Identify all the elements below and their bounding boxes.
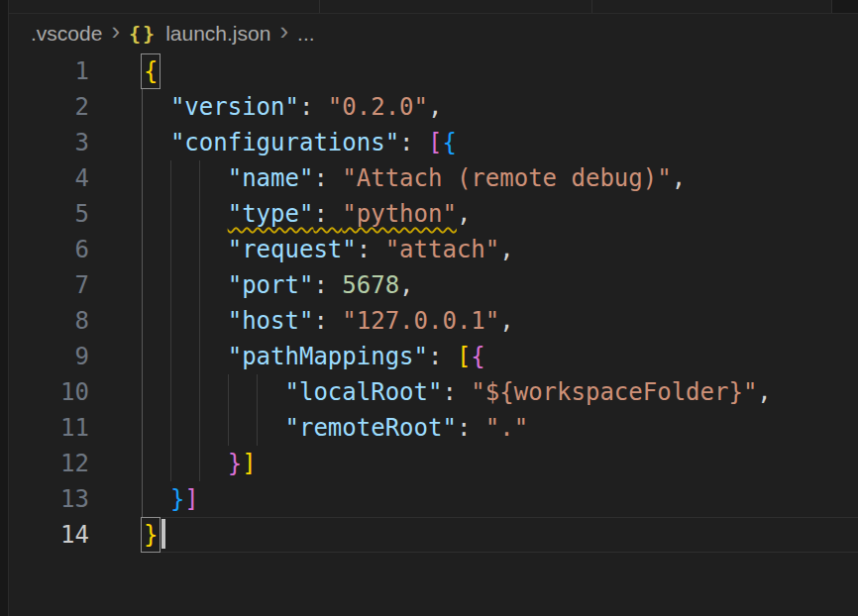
- token-key: "request": [228, 236, 357, 263]
- editor-pane: .vscode › {} launch.json › ... 1{2"versi…: [9, 14, 858, 616]
- token-number: 5678: [342, 271, 399, 299]
- code-line-text: "pathMappings": [{: [142, 339, 485, 374]
- indent-guides: [142, 303, 226, 339]
- code-line-5[interactable]: 5"type": "python",: [9, 196, 858, 232]
- line-number[interactable]: 8: [9, 303, 89, 339]
- warning-squiggle: "type": "python": [228, 200, 457, 228]
- token-key: "port": [228, 271, 314, 299]
- code-line-text: "port": 5678,: [142, 267, 414, 303]
- current-line-highlight: [142, 517, 858, 553]
- indent-guides: [142, 446, 226, 481]
- indent-guides: [142, 481, 168, 517]
- token-punct: ,: [757, 378, 771, 406]
- code-line-text: }]: [142, 481, 199, 517]
- token-string: "127.0.0.1": [342, 307, 499, 335]
- indent-guides: [142, 196, 226, 232]
- token-string: "${workspaceFolder}": [471, 378, 757, 406]
- code-line-8[interactable]: 8"host": "127.0.0.1",: [9, 303, 858, 339]
- code-line-11[interactable]: 11"remoteRoot": ".": [9, 410, 858, 446]
- indent-guides: [142, 232, 226, 267]
- code-line-text: "request": "attach",: [142, 232, 514, 267]
- code-line-text: "name": "Attach (remote debug)",: [142, 160, 686, 196]
- chevron-right-icon: ›: [111, 16, 120, 47]
- tab-bar-empty-space: [832, 0, 858, 13]
- token-b2: {: [471, 343, 484, 370]
- breadcrumb-file[interactable]: launch.json: [165, 22, 270, 46]
- code-editor[interactable]: 1{2"version": "0.2.0",3"configurations":…: [9, 53, 858, 553]
- code-line-3[interactable]: 3"configurations": [{: [9, 125, 858, 160]
- code-line-13[interactable]: 13}]: [9, 481, 858, 517]
- token-punct: :: [357, 236, 385, 263]
- token-key: "remoteRoot": [285, 414, 457, 442]
- token-punct: :: [313, 164, 342, 192]
- line-number[interactable]: 12: [9, 446, 89, 481]
- token-key: "pathMappings": [228, 343, 428, 370]
- line-number[interactable]: 6: [9, 232, 89, 267]
- line-number[interactable]: 1: [9, 53, 89, 89]
- code-line-10[interactable]: 10"localRoot": "${workspaceFolder}",: [9, 374, 858, 410]
- breadcrumb-folder[interactable]: .vscode: [31, 22, 102, 46]
- token-string: "attach": [385, 236, 500, 263]
- token-punct: :: [399, 129, 428, 156]
- token-punct: :: [442, 378, 471, 406]
- code-line-14[interactable]: 14}: [9, 517, 858, 553]
- token-key: "host": [228, 307, 314, 335]
- line-number[interactable]: 5: [9, 196, 89, 232]
- line-number[interactable]: 10: [9, 374, 89, 410]
- text-cursor: [161, 519, 165, 549]
- code-line-12[interactable]: 12}]: [9, 446, 858, 481]
- code-line-text: "type": "python",: [142, 196, 471, 232]
- code-line-1[interactable]: 1{: [9, 53, 858, 89]
- matched-bracket: {: [142, 54, 160, 88]
- token-b2: }: [228, 450, 242, 477]
- token-punct: :: [299, 93, 328, 121]
- token-punct: :: [313, 307, 342, 335]
- line-number[interactable]: 14: [9, 517, 89, 553]
- token-punct: ,: [428, 93, 442, 121]
- code-line-text: "remoteRoot": ".": [142, 410, 528, 446]
- token-punct: ,: [457, 200, 471, 228]
- code-line-7[interactable]: 7"port": 5678,: [9, 267, 858, 303]
- token-key: "name": [228, 164, 314, 192]
- code-line-4[interactable]: 4"name": "Attach (remote debug)",: [9, 160, 858, 196]
- breadcrumb-symbol-path[interactable]: ...: [297, 22, 315, 46]
- line-number[interactable]: 13: [9, 481, 89, 517]
- token-b2: [: [428, 129, 442, 156]
- token-b1: ]: [242, 450, 256, 477]
- line-number[interactable]: 7: [9, 267, 89, 303]
- token-key: "configurations": [170, 129, 399, 156]
- indent-guides: [142, 339, 226, 374]
- token-string: "0.2.0": [328, 93, 428, 121]
- tab-stub-2[interactable]: [320, 0, 592, 13]
- line-number[interactable]: 4: [9, 160, 89, 196]
- code-line-text: "host": "127.0.0.1",: [142, 303, 514, 339]
- code-line-text: "configurations": [{: [142, 125, 457, 160]
- line-number[interactable]: 3: [9, 125, 89, 160]
- token-punct: :: [428, 343, 457, 370]
- code-line-text: "version": "0.2.0",: [142, 89, 442, 125]
- matched-bracket: }: [142, 518, 160, 552]
- code-line-9[interactable]: 9"pathMappings": [{: [9, 339, 858, 374]
- token-b3: }: [170, 485, 184, 513]
- indent-guides: [142, 160, 226, 196]
- json-file-icon: {}: [129, 22, 157, 46]
- code-line-2[interactable]: 2"version": "0.2.0",: [9, 89, 858, 125]
- line-number[interactable]: 11: [9, 410, 89, 446]
- token-b2: ]: [184, 485, 198, 513]
- token-b1: [: [457, 343, 471, 370]
- token-string: ".": [485, 414, 528, 442]
- code-line-text: {: [142, 53, 160, 89]
- code-line-text: "localRoot": "${workspaceFolder}",: [142, 374, 772, 410]
- vscode-editor-window: .vscode › {} launch.json › ... 1{2"versi…: [0, 0, 858, 616]
- tab-stub-3[interactable]: [592, 0, 832, 13]
- token-key: "localRoot": [285, 378, 443, 406]
- line-number[interactable]: 9: [9, 339, 89, 374]
- code-line-6[interactable]: 6"request": "attach",: [9, 232, 858, 267]
- tab-stub-1[interactable]: [9, 0, 320, 13]
- indent-guides: [142, 410, 283, 446]
- token-string: "Attach (remote debug)": [342, 164, 671, 192]
- token-punct: ,: [499, 236, 513, 263]
- token-punct: ,: [399, 271, 413, 299]
- line-number[interactable]: 2: [9, 89, 89, 125]
- code-line-text: }: [142, 517, 165, 553]
